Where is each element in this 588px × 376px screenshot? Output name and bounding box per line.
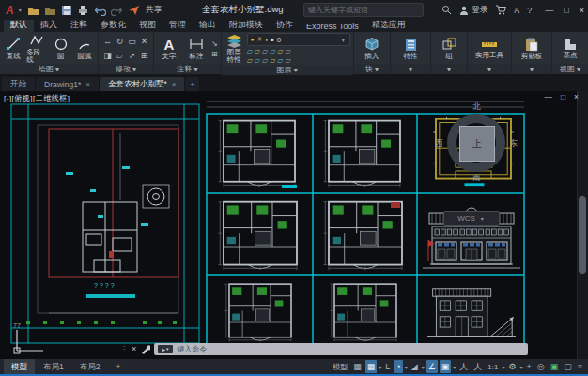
- annotation-visibility-icon[interactable]: 人: [457, 360, 470, 373]
- panel-label-utilities[interactable]: ▾: [468, 64, 511, 74]
- search-icon[interactable]: [441, 5, 452, 15]
- vertical-scrollbar[interactable]: [577, 91, 588, 359]
- new-layout-button[interactable]: +: [108, 359, 128, 374]
- panel-label-view[interactable]: 视图 ▾: [552, 64, 588, 74]
- group-tool[interactable]: 组: [434, 38, 464, 60]
- snap-mode-icon[interactable]: ▦: [365, 360, 378, 373]
- isolate-objects-icon[interactable]: ◎: [535, 360, 547, 373]
- panel-label-modify[interactable]: 修改 ▾: [99, 64, 153, 74]
- snap-caret-icon[interactable]: ▾: [379, 364, 381, 370]
- layer-tool-icon[interactable]: ▱: [270, 56, 275, 65]
- mirror-icon[interactable]: ▱: [114, 49, 126, 63]
- panel-label-draw[interactable]: 绘图 ▾: [0, 64, 98, 74]
- folder-icon[interactable]: [44, 5, 56, 16]
- clean-screen-icon[interactable]: ▢: [562, 360, 574, 373]
- new-tab-button[interactable]: +: [185, 77, 199, 91]
- polar-tracking-icon[interactable]: ◔: [394, 360, 402, 373]
- viewport-controls[interactable]: [-][俯视][二维线框]: [4, 93, 70, 103]
- text-tool[interactable]: A 文字: [157, 38, 181, 60]
- command-input[interactable]: ▸▾ 键入命令: [154, 343, 528, 355]
- file-tab-start[interactable]: 开始: [2, 77, 35, 91]
- layout-tab-model[interactable]: 模型: [4, 359, 35, 374]
- compass-south[interactable]: 南: [472, 173, 481, 184]
- search-input[interactable]: 键入关键字或短语: [303, 3, 424, 17]
- layer-dropdown[interactable]: ● ☀ ▪ ■ 0 ▾: [247, 33, 350, 46]
- osnap-caret-icon[interactable]: ▾: [453, 364, 456, 370]
- dimension-tool[interactable]: 标注: [184, 37, 209, 60]
- layer-tool-icon[interactable]: ▱: [270, 47, 275, 55]
- rotate-icon[interactable]: ↻: [114, 35, 126, 49]
- close-tab-icon[interactable]: ×: [172, 80, 177, 88]
- crosshair-icon[interactable]: +: [525, 360, 534, 373]
- scrollbar-thumb[interactable]: [579, 196, 586, 274]
- wrench-icon[interactable]: [140, 344, 150, 354]
- layer-tool-icon[interactable]: ▱: [255, 47, 260, 55]
- panel-label-layers[interactable]: 图层 ▾: [222, 65, 353, 75]
- customize-menu-icon[interactable]: ≡: [576, 360, 584, 373]
- properties-tool[interactable]: 特性: [394, 38, 427, 60]
- compass-west[interactable]: 西: [435, 138, 443, 149]
- ribbon-tab-view[interactable]: 视图: [132, 18, 162, 32]
- copy-icon[interactable]: ◨: [101, 49, 114, 63]
- ribbon-tab-addins[interactable]: 附加模块: [223, 18, 270, 32]
- layer-tool-icon[interactable]: ▱: [255, 56, 260, 65]
- ribbon-tab-insert[interactable]: 插入: [34, 18, 64, 32]
- table-icon[interactable]: ⊞: [211, 50, 218, 58]
- minimize-button[interactable]: —: [545, 6, 553, 15]
- layer-properties-tool[interactable]: 图层特性: [224, 34, 244, 64]
- leader-icon[interactable]: ↘: [211, 39, 218, 48]
- open-icon[interactable]: [27, 5, 39, 16]
- ribbon-tab-parametric[interactable]: 参数化: [94, 18, 132, 32]
- circle-tool[interactable]: 圆: [51, 37, 71, 60]
- stretch-icon[interactable]: ↗: [126, 49, 138, 63]
- workspace-caret-icon[interactable]: ▾: [520, 364, 523, 370]
- ortho-mode-icon[interactable]: L: [383, 360, 392, 373]
- ribbon-tab-featured[interactable]: 精选应用: [365, 18, 412, 32]
- insert-block-tool[interactable]: 插入: [360, 37, 384, 60]
- ribbon-tab-manage[interactable]: 管理: [162, 18, 193, 32]
- panel-label-clipboard[interactable]: ▾: [512, 64, 551, 74]
- ribbon-tab-express[interactable]: Express Tools: [300, 21, 365, 32]
- help-icon[interactable]: ?: [527, 6, 532, 15]
- layer-tool-icon[interactable]: ▱: [262, 56, 268, 65]
- ribbon-tab-collaborate[interactable]: 协作: [270, 18, 300, 32]
- layer-tool-icon[interactable]: ▱: [262, 47, 268, 55]
- plot-icon[interactable]: [77, 5, 89, 16]
- erase-icon[interactable]: ✕: [138, 35, 150, 49]
- workspace-switch-icon[interactable]: ⚙: [506, 360, 518, 373]
- save-icon[interactable]: [61, 5, 72, 16]
- layout-tab-layout1[interactable]: 布局1: [36, 359, 71, 374]
- share-label[interactable]: 共享: [146, 4, 162, 16]
- hardware-acceleration-icon[interactable]: ▣: [549, 360, 561, 373]
- viewcube[interactable]: 上 北 南 西 东: [436, 102, 517, 183]
- file-tab-active-document[interactable]: 全套农村小别墅*×: [100, 77, 184, 91]
- share-icon[interactable]: [128, 5, 140, 16]
- trim-icon[interactable]: ▭: [126, 35, 138, 49]
- polyline-tool[interactable]: 多段线: [26, 33, 47, 64]
- utilities-tool[interactable]: 实用工具: [471, 38, 508, 59]
- viewcube-top-face[interactable]: 上: [459, 126, 495, 162]
- compass-east[interactable]: 东: [510, 138, 518, 149]
- cart-icon[interactable]: [495, 5, 506, 15]
- object-snap-tracking-icon[interactable]: ∠: [426, 360, 438, 373]
- panel-label-groups[interactable]: ▾: [431, 64, 467, 74]
- ribbon-tab-annotate[interactable]: 注释: [64, 18, 94, 32]
- file-tab-drawing1[interactable]: Drawing1*×: [36, 77, 99, 91]
- wcs-dropdown[interactable]: WCS ▾: [443, 212, 500, 226]
- line-tool[interactable]: 直线: [3, 37, 23, 60]
- command-prompt-icon[interactable]: ▸▾: [158, 345, 173, 353]
- layer-tool-icon[interactable]: ▱: [277, 47, 283, 55]
- doc-restore-button[interactable]: □: [561, 92, 565, 102]
- layer-tool-icon[interactable]: ▱: [277, 56, 283, 65]
- signin-button[interactable]: 登录: [459, 5, 487, 16]
- layer-tool-icon[interactable]: ▱: [247, 56, 253, 65]
- scale-caret-icon[interactable]: ▾: [502, 364, 504, 370]
- annotation-autoscale-icon[interactable]: 人: [472, 360, 484, 373]
- grid-display-icon[interactable]: ▦: [351, 360, 364, 373]
- doc-minimize-button[interactable]: —: [544, 92, 552, 102]
- base-point-tool[interactable]: 基点: [555, 38, 585, 59]
- doc-close-button[interactable]: ×: [574, 92, 579, 102]
- app-store-icon[interactable]: A: [514, 6, 519, 15]
- app-logo[interactable]: A: [0, 4, 17, 17]
- layer-tool-icon[interactable]: ▱: [247, 47, 253, 55]
